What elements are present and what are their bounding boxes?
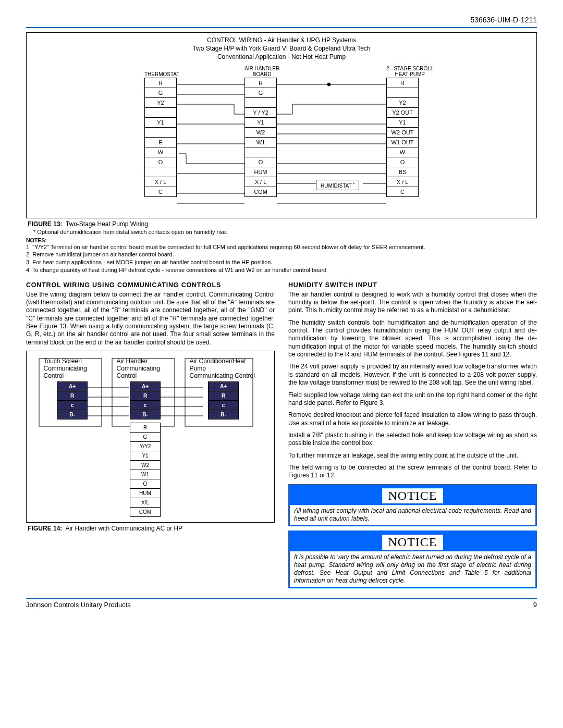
notice-2: NOTICE It is possible to vary the amount… — [288, 530, 537, 588]
comm-col1-hdr: Touch Screen Communicating Control — [44, 357, 101, 379]
comm-table-2: A+ R c B- — [130, 381, 161, 419]
right-para-0: The air handler control is designed to w… — [288, 291, 537, 315]
note-4: 4. To change quantity of heat during HP … — [26, 267, 537, 274]
notice-label: NOTICE — [382, 535, 444, 550]
fig13-title: CONTROL WIRING - Air Handler & UPG HP Sy… — [37, 36, 526, 61]
heatpump-column: 2 - STAGE SCROLL HEAT PUMP R Y2 Y2 OUT Y… — [386, 65, 433, 197]
right-heading: HUMIDITY SWITCH INPUT — [288, 281, 537, 289]
term — [244, 147, 277, 157]
term — [144, 107, 177, 118]
left-column: CONTROL WIRING USING COMMUNICATING CONTR… — [26, 281, 275, 588]
header-rule — [26, 27, 537, 28]
notice-label: NOTICE — [382, 488, 444, 503]
board-column: AIR HANDLER BOARD R G Y / Y2 Y1 W2 W1 O … — [244, 65, 279, 197]
page-number: 9 — [533, 601, 537, 609]
term — [244, 97, 277, 108]
term: C — [144, 187, 177, 197]
term: G — [144, 88, 177, 98]
fig13-title-l2: Two Stage H/P with York Guard VI Board &… — [192, 45, 370, 52]
comm-extra-table: R G Y/Y2 Y1 W2 W1 O HUM X/L COM — [130, 423, 161, 517]
term: W2 OUT — [386, 127, 419, 138]
note-2: 2. Remove humidistat jumper on air handl… — [26, 251, 537, 258]
term: X / L — [144, 177, 177, 187]
term: G — [244, 88, 277, 98]
fig13-caption: FIGURE 13: Two-Stage Heat Pump Wiring — [26, 220, 537, 228]
comm-col3-hdr: Air Conditioner/Heat Pump Communicating … — [190, 357, 258, 379]
right-para-5: Install a 7/8" plastic bushing in the se… — [288, 431, 537, 448]
fig13-title-l3: Conventional Application - Not Hot Heat … — [217, 53, 346, 60]
note-3: 3. For heat pump applications - set MODE… — [26, 259, 537, 266]
term: X / L — [386, 177, 419, 187]
footer-left: Johnson Controls Unitary Products — [26, 601, 131, 609]
fig13-star-note: * Optional dehumidification humidistat s… — [33, 229, 537, 235]
term: W — [144, 147, 177, 157]
term: COM — [244, 187, 277, 197]
fig13-diagram: THERMOSTAT R G Y2 Y1 E W O X / L C AIR H… — [37, 65, 526, 216]
term: W — [386, 147, 419, 157]
term: HUM — [244, 167, 277, 177]
left-heading: CONTROL WIRING USING COMMUNICATING CONTR… — [26, 281, 275, 289]
term: Y2 OUT — [386, 107, 419, 118]
svg-point-22 — [327, 83, 331, 86]
left-para: Use the wiring diagram below to connect … — [26, 291, 275, 347]
right-para-3: Field supplied low voltage wiring can ex… — [288, 391, 537, 408]
note-1: 1. "Y/Y2" Terminal on air handler contro… — [26, 244, 537, 251]
term: Y1 — [144, 117, 177, 128]
comm-table-3: A+ R c B- — [208, 381, 239, 419]
humidistat-box: HUMIDISTAT * — [316, 180, 359, 190]
thermostat-column: THERMOSTAT R G Y2 Y1 E W O X / L C — [144, 65, 179, 197]
right-para-1: The humidity switch controls both humidi… — [288, 319, 537, 359]
term: Y1 — [386, 117, 419, 128]
term: Y / Y2 — [244, 107, 277, 118]
notice-body: It is possible to vary the amount of ele… — [290, 551, 535, 587]
right-para-4: Remove desired knockout and pierce foil … — [288, 411, 537, 427]
term — [386, 88, 419, 98]
term: W1 OUT — [386, 137, 419, 147]
term: Y1 — [244, 117, 277, 128]
fig13-title-l1: CONTROL WIRING - Air Handler & UPG HP Sy… — [207, 36, 356, 44]
term: E — [144, 137, 177, 147]
term: R — [386, 78, 419, 88]
right-para-2: The 24 volt power supply is provided by … — [288, 363, 537, 387]
term: O — [144, 157, 177, 167]
board-header: AIR HANDLER BOARD — [244, 65, 279, 77]
term: C — [386, 187, 419, 197]
hp-header: 2 - STAGE SCROLL HEAT PUMP — [386, 65, 433, 77]
term: O — [386, 157, 419, 167]
term: W1 — [244, 137, 277, 147]
right-column: HUMIDITY SWITCH INPUT The air handler co… — [288, 281, 537, 588]
term: Y2 — [386, 97, 419, 108]
term: R — [244, 78, 277, 88]
notes-header: NOTES: — [26, 237, 537, 243]
term — [144, 167, 177, 177]
fig14-caption: FIGURE 14: Air Handler with Communicatin… — [26, 525, 275, 532]
term: BS — [386, 167, 419, 177]
thermostat-header: THERMOSTAT — [144, 65, 179, 77]
term: O — [244, 157, 277, 167]
comm-table-1: A+ R c B- — [57, 381, 88, 419]
footer: Johnson Controls Unitary Products 9 — [26, 601, 537, 609]
footer-rule — [26, 598, 537, 599]
term: W2 — [244, 127, 277, 138]
figure-14: Touch Screen Communicating Control A+ R … — [26, 351, 275, 523]
notice-1: NOTICE All wiring must comply with local… — [288, 484, 537, 526]
term: X / L — [244, 177, 277, 187]
doc-id: 536636-UIM-D-1211 — [26, 16, 537, 24]
term: R — [144, 78, 177, 88]
term — [144, 127, 177, 138]
right-para-7: The field wiring is to be connected at t… — [288, 464, 537, 480]
comm-col2-hdr: Air Handler Communicating Control — [117, 357, 174, 379]
notice-body: All wiring must comply with local and na… — [290, 505, 535, 525]
figure-13: CONTROL WIRING - Air Handler & UPG HP Sy… — [26, 32, 537, 218]
term: Y2 — [144, 97, 177, 108]
right-para-6: To further minimize air leakage, seal th… — [288, 452, 537, 460]
